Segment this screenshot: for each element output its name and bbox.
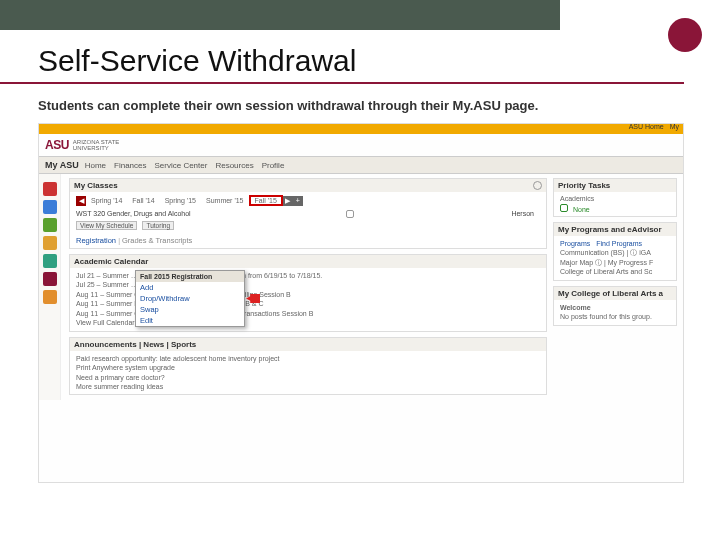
programs-panel: My Programs and eAdvisor Programs Find P… bbox=[553, 222, 677, 281]
college-panel: My College of Liberal Arts a Welcome No … bbox=[553, 286, 677, 326]
term-spring14[interactable]: Spring '14 bbox=[86, 197, 127, 204]
slide-title: Self-Service Withdrawal bbox=[0, 30, 684, 84]
class-icon[interactable] bbox=[346, 210, 354, 218]
reg-menu-add[interactable]: Add bbox=[136, 282, 244, 293]
programs-tab-b[interactable]: Find Programs bbox=[596, 240, 642, 247]
tutoring-button[interactable]: Tutoring bbox=[142, 221, 174, 230]
term-fall15[interactable]: Fall '15 bbox=[249, 195, 283, 206]
programs-title: My Programs and eAdvisor bbox=[558, 225, 662, 234]
programs-tab-a[interactable]: Programs bbox=[560, 240, 590, 247]
priority-tasks-panel: Priority Tasks Academics None bbox=[553, 178, 677, 217]
view-schedule-button[interactable]: View My Schedule bbox=[76, 221, 137, 230]
rail-icon[interactable] bbox=[43, 200, 57, 214]
screenshot-frame: ASU Home My ASU ARIZONA STATE UNIVERSITY… bbox=[38, 123, 684, 483]
registration-menu-header: Fall 2015 Registration bbox=[136, 271, 244, 282]
my-classes-panel: My Classes ◀ Spring '14 Fall '14 Spring … bbox=[69, 178, 547, 249]
asu-gold-bar: ASU Home My bbox=[39, 124, 683, 134]
asu-logo-sub: ARIZONA STATE UNIVERSITY bbox=[73, 139, 119, 151]
term-summer15[interactable]: Summer '15 bbox=[201, 197, 249, 204]
slide-top-band bbox=[0, 0, 560, 30]
check-icon bbox=[560, 204, 568, 212]
calendar-title: Academic Calendar bbox=[74, 257, 148, 266]
rail-icon[interactable] bbox=[43, 218, 57, 232]
registration-menu: Fall 2015 Registration Add Drop/Withdraw… bbox=[135, 270, 245, 327]
tab-profile[interactable]: Profile bbox=[262, 161, 285, 170]
announcements-body: Paid research opportunity: late adolesce… bbox=[70, 351, 546, 395]
class-code: WST 320 Gender, Drugs and Alcohol bbox=[76, 210, 191, 218]
class-instructor: Herson bbox=[511, 210, 534, 218]
asu-top-links: ASU Home My bbox=[625, 123, 679, 130]
priority-tasks-title: Priority Tasks bbox=[558, 181, 610, 190]
mascot-logo bbox=[668, 18, 702, 52]
asu-logo-row: ASU ARIZONA STATE UNIVERSITY bbox=[39, 134, 683, 156]
main-nav: My ASU Home Finances Service Center Reso… bbox=[39, 156, 683, 174]
rail-icon[interactable] bbox=[43, 290, 57, 304]
reg-menu-drop-withdraw[interactable]: Drop/Withdraw bbox=[136, 293, 244, 304]
term-spring15[interactable]: Spring '15 bbox=[160, 197, 201, 204]
reg-menu-swap[interactable]: Swap bbox=[136, 304, 244, 315]
term-next-button[interactable]: ▶ bbox=[283, 196, 293, 206]
class-row: WST 320 Gender, Drugs and Alcohol Herson bbox=[76, 210, 540, 218]
announcements-title: Announcements | News | Sports bbox=[74, 340, 196, 349]
term-add-button[interactable]: + bbox=[293, 196, 303, 206]
asu-logo: ASU bbox=[45, 138, 69, 152]
announcements-panel: Announcements | News | Sports Paid resea… bbox=[69, 337, 547, 396]
tab-finances[interactable]: Finances bbox=[114, 161, 146, 170]
rail-icon[interactable] bbox=[43, 236, 57, 250]
gear-icon[interactable] bbox=[533, 181, 542, 190]
reg-menu-edit[interactable]: Edit bbox=[136, 315, 244, 326]
term-tabs: ◀ Spring '14 Fall '14 Spring '15 Summer … bbox=[76, 195, 540, 206]
term-fall14[interactable]: Fall '14 bbox=[127, 197, 159, 204]
link-asu-home[interactable]: ASU Home bbox=[629, 123, 664, 130]
term-prev-button[interactable]: ◀ bbox=[76, 196, 86, 206]
slide-subtitle: Students can complete their own session … bbox=[0, 84, 720, 123]
registration-dropdown-trigger[interactable]: Registration bbox=[76, 236, 116, 245]
rail-icon[interactable] bbox=[43, 182, 57, 196]
rail-icon[interactable] bbox=[43, 272, 57, 286]
left-icon-rail bbox=[39, 174, 61, 400]
tab-service-center[interactable]: Service Center bbox=[154, 161, 207, 170]
my-classes-title: My Classes bbox=[74, 181, 118, 190]
link-my[interactable]: My bbox=[670, 123, 679, 130]
tasks-section: Academics bbox=[560, 195, 670, 202]
college-title: My College of Liberal Arts a bbox=[558, 289, 663, 298]
rail-icon[interactable] bbox=[43, 254, 57, 268]
tab-resources[interactable]: Resources bbox=[215, 161, 253, 170]
grades-link[interactable]: Grades & Transcripts bbox=[122, 236, 192, 245]
brand-myasu: My ASU bbox=[45, 160, 79, 170]
tab-home[interactable]: Home bbox=[85, 161, 106, 170]
